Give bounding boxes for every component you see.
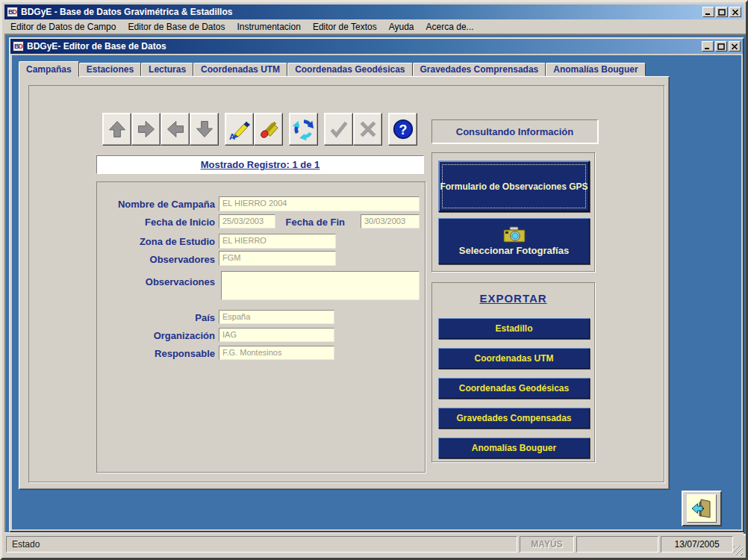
export-coordenadas-geodesicas-button[interactable]: Coordenadas Geodésicas <box>438 378 590 399</box>
exit-button[interactable] <box>687 494 717 523</box>
observadores-label: Observadores <box>97 254 215 265</box>
maximize-icon[interactable] <box>716 7 728 17</box>
edit-button[interactable]: A <box>225 113 254 146</box>
pais-label: País <box>97 312 215 323</box>
svg-text:?: ? <box>399 122 407 137</box>
tab-gravedades-comprensadas[interactable]: Gravedades Comprensadas <box>413 63 546 76</box>
refresh-button[interactable] <box>289 113 318 146</box>
cancel-button[interactable] <box>353 113 382 146</box>
bd-logo-icon: BD <box>7 7 18 17</box>
tab-control: Campañas Estaciones Lecturas Coordenadas… <box>19 61 670 490</box>
tab-coordenadas-geodesicas[interactable]: Coordenadas Geodésicas <box>287 63 412 76</box>
export-group: EXPORTAR Estadillo Coordenadas UTM Coord… <box>431 282 595 462</box>
menu-editor-datos-campo[interactable]: Editor de Datos de Campo <box>4 21 122 33</box>
observaciones-textarea[interactable] <box>221 271 420 300</box>
tab-lecturas[interactable]: Lecturas <box>141 63 193 76</box>
move-previous-button[interactable] <box>160 113 190 146</box>
observadores-field[interactable]: FGM <box>219 251 336 266</box>
editor-window: BD BDGyE- Editor de Base de Datos Campañ… <box>9 37 744 532</box>
tab-strip: Campañas Estaciones Lecturas Coordenadas… <box>19 61 670 76</box>
editor-client-area: Campañas Estaciones Lecturas Coordenadas… <box>12 55 741 529</box>
statusbar-mayus: MAYÚS <box>520 536 575 553</box>
nombre-campana-label: Nombre de Campaña <box>97 199 215 210</box>
export-estadillo-button[interactable]: Estadillo <box>438 318 590 339</box>
actions-group: Formulario de Observaciones GPS <box>431 152 595 272</box>
menubar: Editor de Datos de Campo Editor de Base … <box>4 19 744 34</box>
zona-estudio-field[interactable]: EL HIERRO <box>219 234 336 249</box>
editor-titlebar[interactable]: BD BDGyE- Editor de Base de Datos <box>10 39 743 54</box>
fecha-inicio-label: Fecha de Inicio <box>97 217 215 228</box>
menu-ayuda[interactable]: Ayuda <box>383 21 420 33</box>
zona-estudio-label: Zona de Estudio <box>97 236 215 247</box>
status-box: Consultando Información <box>431 119 598 143</box>
export-coordenadas-utm-button[interactable]: Coordenadas UTM <box>438 348 590 369</box>
pais-field[interactable]: España <box>219 310 334 324</box>
minimize-icon[interactable] <box>702 7 714 17</box>
statusbar-date: 13/07/2005 <box>661 536 733 553</box>
main-titlebar[interactable]: BD BDGyE - Base de Datos Gravimétrica & … <box>4 4 744 19</box>
nombre-campana-field[interactable]: EL HIERRO 2004 <box>219 196 420 211</box>
exit-panel <box>682 491 722 526</box>
menu-editor-textos[interactable]: Editor de Textos <box>307 21 383 33</box>
cancel-x-icon <box>358 119 378 140</box>
move-next-button[interactable] <box>131 113 160 146</box>
record-banner: Mostrado Registro: 1 de 1 <box>96 155 424 174</box>
minimize-icon[interactable] <box>702 41 714 52</box>
select-photos-button[interactable]: Seleccionar Fotografías <box>438 218 590 264</box>
export-anomalias-bouguer-button[interactable]: Anomalías Bouguer <box>438 438 590 458</box>
resize-grip[interactable] <box>733 546 743 556</box>
camera-icon <box>503 226 526 243</box>
content-frame: A <box>28 85 664 482</box>
delete-button[interactable] <box>254 113 283 146</box>
editor-window-title: BDGyE- Editor de Base de Datos <box>27 41 702 52</box>
move-down-button[interactable] <box>190 113 219 146</box>
delete-pencil-icon <box>258 118 280 140</box>
organizacion-label: Organización <box>97 330 215 341</box>
statusbar-empty-panel <box>576 536 658 553</box>
bd-logo-icon: BD <box>13 41 24 52</box>
menu-editor-base-datos[interactable]: Editor de Base de Datos <box>122 21 231 33</box>
main-window-title: BDGyE - Base de Datos Gravimétrica & Est… <box>21 7 702 17</box>
svg-text:A: A <box>228 132 234 140</box>
confirm-check-icon <box>328 119 349 140</box>
menu-instrumentacion[interactable]: Instrumentacion <box>231 21 307 33</box>
exit-door-icon <box>691 498 712 519</box>
close-icon[interactable] <box>729 7 741 17</box>
gps-observations-label: Formulario de Observaciones GPS <box>440 181 588 192</box>
refresh-recycle-icon <box>293 118 315 140</box>
tabpage-campanas: A <box>19 76 670 490</box>
mdi-area: BD BDGyE- Editor de Base de Datos Campañ… <box>4 34 748 535</box>
move-up-button[interactable] <box>102 113 131 146</box>
observaciones-label: Observaciones <box>97 276 215 287</box>
responsable-label: Responsable <box>97 348 215 359</box>
export-title: EXPORTAR <box>432 292 594 305</box>
statusbar-estado: Estado <box>6 536 517 553</box>
organizacion-field[interactable]: IAG <box>219 328 334 342</box>
menu-acerca-de[interactable]: Acerca de... <box>420 21 480 33</box>
edit-pen-icon: A <box>228 118 251 140</box>
fecha-fin-label: Fecha de Fin <box>236 217 345 228</box>
statusbar: Estado MAYÚS 13/07/2005 <box>4 532 744 556</box>
maximize-icon[interactable] <box>715 41 727 52</box>
tab-anomalias-bouguer[interactable]: Anomalías Bouguer <box>546 63 645 76</box>
export-gravedades-compensadas-button[interactable]: Gravedades Compensadas <box>438 408 590 429</box>
responsable-field[interactable]: F.G. Montesinos <box>219 346 334 360</box>
tab-campanas[interactable]: Campañas <box>19 61 79 77</box>
confirm-button[interactable] <box>324 113 353 146</box>
select-photos-label: Seleccionar Fotografías <box>459 245 569 256</box>
close-icon[interactable] <box>729 41 741 52</box>
help-button[interactable]: ? <box>388 113 417 146</box>
fecha-fin-field[interactable]: 30/03/2003 <box>361 214 420 228</box>
gps-observations-button[interactable]: Formulario de Observaciones GPS <box>438 161 590 212</box>
campaign-form: Nombre de Campaña EL HIERRO 2004 Fecha d… <box>96 181 426 473</box>
record-banner-text: Mostrado Registro: 1 de 1 <box>201 159 320 170</box>
application-window: BD BDGyE - Base de Datos Gravimétrica & … <box>0 0 748 560</box>
tab-estaciones[interactable]: Estaciones <box>79 63 141 76</box>
record-toolbar: A <box>102 113 417 146</box>
help-icon: ? <box>392 118 414 140</box>
tab-coordenadas-utm[interactable]: Coordenadas UTM <box>193 63 287 76</box>
status-box-label: Consultando Información <box>456 126 573 137</box>
